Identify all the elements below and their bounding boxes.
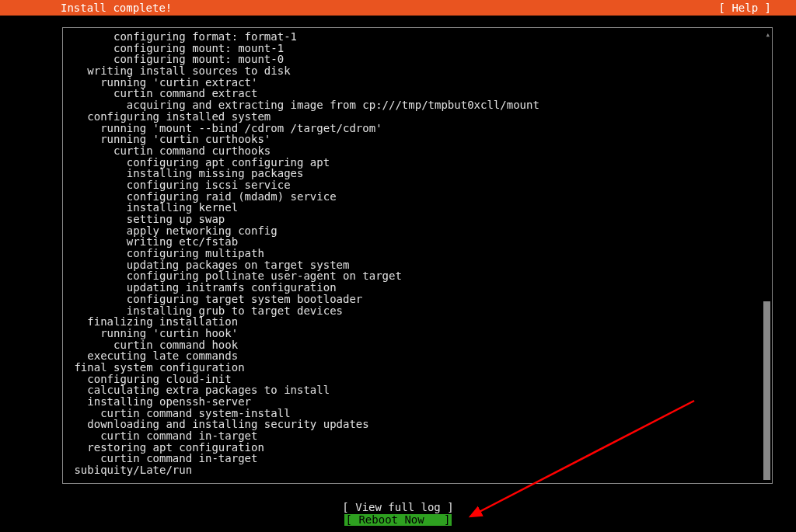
page-title: Install complete!	[6, 2, 172, 14]
scrollbar[interactable]: ▴ ▾	[763, 30, 770, 482]
install-log: configuring format: format-1 configuring…	[63, 28, 772, 479]
scroll-down-icon[interactable]: ▾	[765, 472, 770, 482]
scroll-up-icon[interactable]: ▴	[765, 30, 770, 39]
button-row: [ View full log ] [ Reboot Now ]	[0, 502, 796, 526]
reboot-now-button[interactable]: [ Reboot Now ]	[344, 514, 452, 526]
view-full-log-button[interactable]: [ View full log ]	[342, 502, 453, 513]
scrollbar-thumb[interactable]	[763, 301, 770, 480]
log-panel: configuring format: format-1 configuring…	[62, 27, 773, 484]
header-bar: Install complete! [ Help ]	[0, 0, 796, 16]
help-button[interactable]: [ Help ]	[719, 2, 790, 14]
